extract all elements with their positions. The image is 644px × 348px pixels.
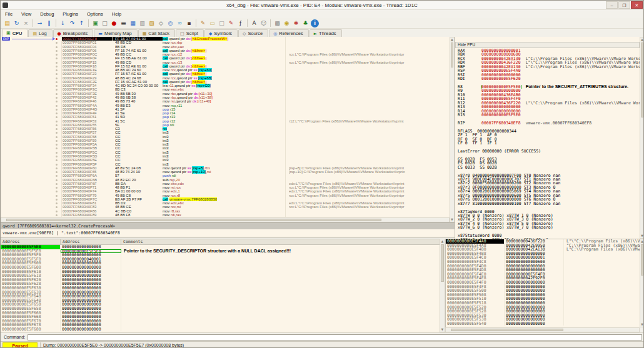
stack-row[interactable]: 0000000000E5F5100000000000000000 [446, 297, 640, 301]
row-dot-icon[interactable] [56, 187, 58, 189]
plugins-icon[interactable]: ♣ [301, 19, 309, 27]
dump-row[interactable]: 0000000000E5F6180000000000000000 [1, 274, 440, 278]
row-dot-icon[interactable] [56, 69, 58, 71]
disassembly-hscrollbar[interactable] [1, 217, 450, 222]
tab-log[interactable]: ▤Log [28, 29, 52, 37]
restart-icon[interactable]: ↻ [13, 19, 21, 27]
dump-row[interactable]: 0000000000E5F5F00000000000000000 [1, 253, 440, 257]
tab-breakpoints[interactable]: ●Breakpoints [53, 29, 94, 37]
row-dot-icon[interactable] [56, 136, 58, 138]
row-dot-icon[interactable] [56, 109, 58, 111]
row-dot-icon[interactable] [56, 211, 58, 212]
scroll-down-icon[interactable]: ▼ [440, 327, 445, 332]
log-icon[interactable]: ▧ [148, 19, 156, 27]
dump-row[interactable]: 0000000000E5F5F80000000000040001 [1, 257, 440, 262]
registers-panel[interactable]: Hide FPU RAX0000000000000001RBX000000000… [455, 37, 640, 239]
dump-row[interactable]: 0000000000E5F6200000000000000000 [1, 278, 440, 282]
stack-row[interactable]: 0000000000E5F4A0000000000436F220L"\"C:\\… [446, 239, 640, 244]
stack-row[interactable]: 0000000000E5F4F00000000000000000 [446, 281, 640, 285]
row-dot-icon[interactable] [56, 93, 58, 95]
row-dot-icon[interactable] [56, 81, 58, 83]
dump-row[interactable]: 0000000000E5F6680000000000000000 [1, 315, 440, 319]
row-dot-icon[interactable] [56, 124, 58, 126]
dump-row[interactable]: 0000000000E5F6580000000000000000 [1, 307, 440, 311]
row-dot-icon[interactable] [56, 101, 58, 102]
stack-row[interactable]: 0000000000E5F4A800000000042E9950"C:\\Pro… [446, 244, 640, 248]
stack-row[interactable]: 0000000000E5F4C80000000008000600 [446, 260, 640, 264]
stack-row[interactable]: 0000000000E5F5200000000000000000 [446, 306, 640, 310]
row-dot-icon[interactable] [56, 89, 58, 91]
row-dot-icon[interactable] [56, 183, 58, 185]
registers-vscrollbar[interactable]: ▲ ▼ [640, 37, 644, 239]
stack-row[interactable]: 0000000000E5F4B80000000000000000 [446, 252, 640, 256]
scroll-down-icon[interactable]: ▼ [640, 234, 644, 238]
disassembly-view[interactable]: 00007FF680340EF8FF 15 37 A9 61 00call qw… [1, 37, 450, 217]
row-dot-icon[interactable] [56, 191, 58, 192]
tab-symbols[interactable]: ◆Symbols [204, 29, 238, 37]
row-dot-icon[interactable] [56, 214, 58, 216]
run-icon[interactable]: → [36, 19, 44, 27]
dump-row[interactable]: 0000000000E5F6080000000000000000 [1, 266, 440, 270]
tab-threads[interactable]: ►Threads [309, 29, 342, 37]
row-dot-icon[interactable] [56, 140, 58, 142]
row-dot-icon[interactable] [56, 46, 58, 48]
dump-row[interactable]: 0000000000E5F6800000000000000000 [1, 327, 440, 332]
row-dot-icon[interactable] [56, 156, 58, 157]
favourites-icon[interactable]: ✱ [292, 19, 300, 27]
stack-row[interactable]: 0000000000E5F4B000000000042EA130L"C:\\Pr… [446, 247, 640, 252]
dump-row[interactable]: 0000000000E5F6300000000000000000 [1, 286, 440, 291]
close-button[interactable]: ✕ [631, 1, 643, 9]
tab-call-stack[interactable]: ▦Call Stack [138, 29, 175, 37]
execute-till-return-icon[interactable]: ↑ [78, 19, 86, 27]
dump-row[interactable]: 0000000000E5F6280000000000000000 [1, 282, 440, 286]
stack-row[interactable]: 0000000000E5F5400000000000000000 [446, 322, 640, 326]
row-dot-icon[interactable] [56, 164, 58, 166]
stack-row[interactable]: 0000000000E5F4D80000000000000000 [446, 268, 640, 272]
dump-row[interactable]: 0000000000E5F6400000000000000000 [1, 294, 440, 299]
maximize-button[interactable]: ❐ [618, 1, 630, 9]
close-debuggee-icon[interactable]: × [22, 19, 30, 27]
row-dot-icon[interactable] [56, 77, 58, 79]
stack-row[interactable]: 0000000000E5F4E00000000000E5F4F0 [446, 272, 640, 277]
memory-map-icon[interactable]: ▬ [119, 19, 128, 27]
dump-row[interactable]: 0000000000E5F6780000000000000000 [1, 323, 440, 327]
row-dot-icon[interactable] [56, 85, 58, 87]
row-dot-icon[interactable] [56, 62, 58, 64]
function-analysis-icon[interactable]: ƒ [236, 19, 244, 27]
tab-source[interactable]: ◇Source [238, 29, 268, 37]
menu-item-debug[interactable]: Debug [36, 10, 58, 18]
step-into-icon[interactable]: ↓ [59, 19, 67, 27]
row-dot-icon[interactable] [56, 105, 58, 107]
patches-icon[interactable]: ◉ [283, 19, 291, 27]
references-icon[interactable]: ◎ [166, 19, 174, 27]
row-dot-icon[interactable] [56, 73, 58, 75]
scroll-up-icon[interactable]: ▲ [640, 37, 644, 42]
label-icon[interactable]: □ [218, 19, 226, 27]
row-dot-icon[interactable] [56, 144, 58, 146]
threads-icon[interactable]: ≈ [176, 19, 184, 27]
dump-row[interactable]: 0000000000E5F6600000000000000000 [1, 311, 440, 316]
row-dot-icon[interactable] [56, 116, 58, 118]
command-input[interactable] [28, 334, 642, 341]
menu-item-plugins[interactable]: Plugins [58, 10, 83, 18]
row-dot-icon[interactable] [56, 54, 58, 56]
preferences-icon[interactable]: ☺ [259, 19, 268, 27]
row-dot-icon[interactable] [56, 152, 58, 154]
row-dot-icon[interactable] [56, 179, 58, 181]
scroll-up-icon[interactable]: ▲ [440, 239, 445, 244]
row-dot-icon[interactable] [56, 202, 58, 204]
stack-row[interactable]: 0000000000E5F4D00000000000000000 [446, 264, 640, 269]
stack-row[interactable]: 0000000000E5F5180000000000000000 [446, 301, 640, 306]
dump-row[interactable]: 0000000000E5F5E00000000000000008 [1, 245, 440, 249]
stack-row[interactable]: 0000000000E5F4E800000000042E92F0 [446, 276, 640, 281]
cpu-icon[interactable]: ▣ [91, 19, 99, 27]
tab-memory-map[interactable]: ▬Memory Map [94, 29, 137, 37]
dump-vscrollbar[interactable]: ▲ ▼ [440, 239, 445, 332]
scroll-up-icon[interactable]: ▲ [450, 37, 454, 42]
stack-row[interactable]: 0000000000E5F4F80000000000000000 [446, 285, 640, 289]
row-dot-icon[interactable] [56, 159, 58, 161]
dump-row[interactable]: 0000000000E5F6500000000000000000 [1, 302, 440, 307]
dump-row[interactable]: 0000000000E5F6480000000000000000 [1, 299, 440, 303]
row-dot-icon[interactable] [56, 167, 58, 169]
call-stack-icon[interactable]: ▦ [129, 19, 137, 27]
